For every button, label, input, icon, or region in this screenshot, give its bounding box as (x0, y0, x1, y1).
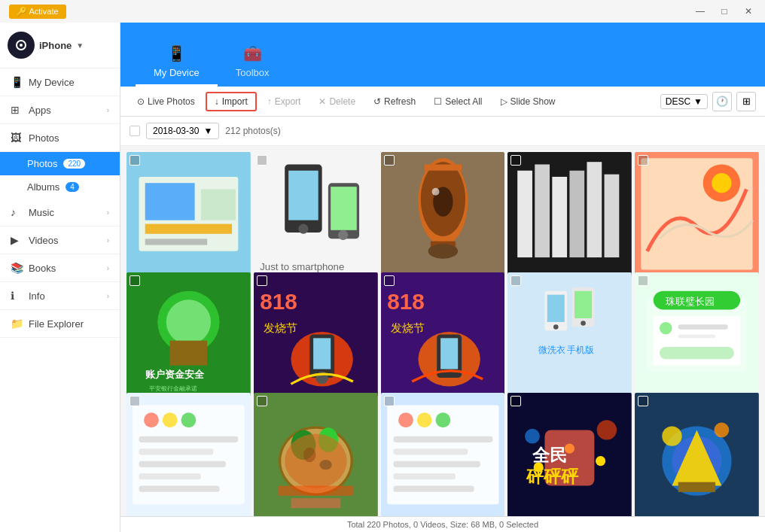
select-all-button[interactable]: ☐ Select All (426, 93, 489, 110)
svg-point-118 (715, 423, 730, 438)
photo-checkbox[interactable] (384, 155, 395, 166)
photo-item[interactable]: 818 发烧节 (254, 272, 378, 397)
photo-checkbox[interactable] (257, 155, 267, 166)
close-button[interactable]: ✕ (738, 3, 759, 20)
svg-text:818: 818 (387, 289, 424, 314)
photo-checkbox[interactable] (130, 155, 140, 166)
date-bar: 2018-03-30 ▼ 212 photos(s) (120, 117, 765, 146)
photo-item[interactable]: 微洗衣 手机版 (507, 272, 632, 397)
sidebar: iPhone ▼ 📱 My Device ⊞ Apps › 🖼 Photos P… (0, 23, 120, 532)
sidebar-apps-label: Apps (29, 105, 101, 116)
import-label: Import (222, 96, 248, 107)
svg-rect-101 (393, 473, 455, 479)
photo-item[interactable] (635, 393, 759, 516)
svg-point-95 (398, 412, 413, 427)
tab-my-device[interactable]: 📱 My Device (136, 38, 218, 87)
svg-point-89 (303, 448, 315, 463)
sidebar-item-photos[interactable]: 🖼 Photos (0, 124, 120, 152)
svg-point-38 (166, 299, 211, 344)
photo-checkbox[interactable] (511, 275, 521, 286)
refresh-button[interactable]: ↺ Refresh (366, 93, 423, 110)
svg-rect-92 (291, 498, 340, 508)
videos-icon: ▶ (11, 234, 23, 246)
slide-show-button[interactable]: ▷ Slide Show (493, 93, 563, 110)
apps-icon: ⊞ (11, 104, 23, 116)
date-value: 2018-03-30 (153, 126, 199, 136)
svg-rect-100 (393, 461, 480, 467)
minimize-button[interactable]: — (690, 3, 711, 20)
photo-item[interactable] (507, 152, 632, 276)
device-dropdown-arrow[interactable]: ▼ (76, 41, 84, 50)
view-clock-button[interactable]: 🕐 (712, 92, 732, 111)
svg-rect-5 (145, 183, 195, 220)
photo-item[interactable]: 818 发烧节 (381, 272, 505, 397)
slide-show-label: Slide Show (511, 96, 556, 107)
sidebar-sub-photos[interactable]: Photos 220 (0, 152, 120, 175)
sidebar-logo[interactable]: iPhone ▼ (0, 23, 120, 68)
svg-point-90 (319, 460, 331, 470)
photo-item[interactable] (126, 152, 251, 276)
svg-rect-78 (139, 436, 238, 442)
sidebar-books-label: Books (29, 263, 101, 274)
svg-text:818: 818 (260, 289, 297, 314)
sidebar-item-info[interactable]: ℹ Info › (0, 282, 120, 310)
photo-checkbox[interactable] (638, 155, 648, 166)
sidebar-item-music[interactable]: ♪ Music › (0, 199, 120, 226)
photo-checkbox[interactable] (257, 396, 267, 406)
photo-checkbox[interactable] (257, 275, 267, 286)
sort-dropdown[interactable]: DESC ▼ (660, 94, 708, 109)
photo-item[interactable]: 珠联璧长园 (635, 272, 759, 397)
activate-button[interactable]: 🔑 Activate (9, 5, 66, 19)
date-dropdown[interactable]: 2018-03-30 ▼ (146, 123, 219, 139)
sidebar-item-my-device[interactable]: 📱 My Device (0, 68, 120, 96)
svg-point-22 (431, 188, 439, 196)
photo-checkbox[interactable] (384, 396, 395, 406)
svg-rect-13 (331, 187, 357, 230)
svg-rect-81 (139, 473, 200, 479)
sidebar-sub-albums[interactable]: Albums 4 (0, 175, 120, 199)
svg-rect-55 (507, 272, 632, 397)
photo-item[interactable] (635, 152, 759, 276)
tab-toolbox[interactable]: 🧰 Toolbox (218, 38, 288, 87)
sidebar-photos-label: Photos (29, 132, 109, 144)
svg-text:珠联璧长园: 珠联璧长园 (666, 296, 715, 307)
export-button[interactable]: ↑ Export (260, 93, 309, 110)
photo-item[interactable]: 全民 砰砰砰 (507, 393, 632, 516)
svg-rect-91 (279, 486, 353, 496)
photo-item[interactable] (126, 393, 251, 516)
photo-checkbox[interactable] (130, 275, 140, 286)
maximize-button[interactable]: □ (714, 3, 735, 20)
albums-badge: 4 (66, 182, 79, 192)
photo-checkbox[interactable] (511, 155, 521, 166)
sidebar-item-videos[interactable]: ▶ Videos › (0, 226, 120, 254)
sidebar-item-books[interactable]: 📚 Books › (0, 254, 120, 282)
svg-point-111 (525, 429, 540, 444)
svg-rect-71 (678, 334, 715, 338)
photo-item[interactable] (381, 393, 505, 516)
svg-rect-80 (139, 461, 225, 467)
svg-point-110 (597, 420, 617, 439)
photo-item[interactable] (381, 152, 505, 276)
photo-item[interactable] (254, 393, 378, 516)
books-arrow: › (107, 264, 109, 272)
sidebar-item-file-explorer[interactable]: 📁 File Explorer (0, 310, 120, 338)
live-photos-icon: ⊙ (137, 96, 145, 107)
photo-item[interactable]: Just to smartphone (254, 152, 378, 276)
info-icon: ℹ (11, 290, 23, 302)
music-arrow: › (107, 208, 109, 217)
date-checkbox[interactable] (130, 126, 140, 136)
photo-checkbox[interactable] (638, 396, 648, 406)
live-photos-button[interactable]: ⊙ Live Photos (130, 93, 203, 110)
view-grid-button[interactable]: ⊞ (736, 92, 756, 111)
photo-item[interactable]: 账户资金安全 平安银行金融承诺 (126, 272, 251, 397)
photo-checkbox[interactable] (130, 396, 140, 406)
import-button[interactable]: ↓ Import (206, 92, 257, 111)
sidebar-info-label: Info (29, 290, 101, 302)
slide-show-icon: ▷ (501, 96, 507, 107)
photo-checkbox[interactable] (511, 396, 521, 406)
delete-button[interactable]: ✕ Delete (311, 93, 363, 110)
svg-text:平安银行金融承诺: 平安银行金融承诺 (149, 385, 197, 392)
sidebar-item-apps[interactable]: ⊞ Apps › (0, 96, 120, 124)
photo-checkbox[interactable] (638, 275, 648, 286)
photo-checkbox[interactable] (384, 275, 395, 286)
